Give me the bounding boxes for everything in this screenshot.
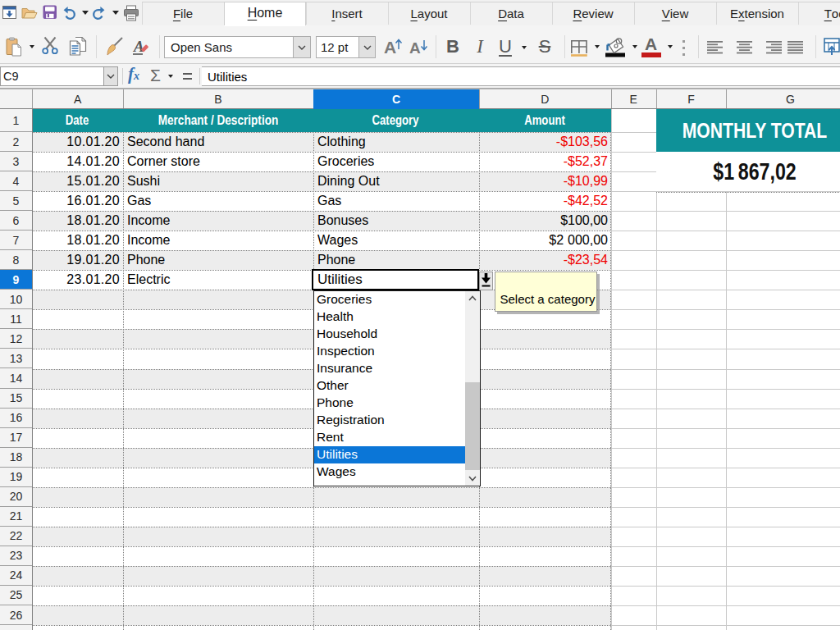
- svg-text:A: A: [384, 38, 396, 56]
- svg-text:A: A: [409, 39, 421, 56]
- svg-text:A: A: [133, 38, 144, 55]
